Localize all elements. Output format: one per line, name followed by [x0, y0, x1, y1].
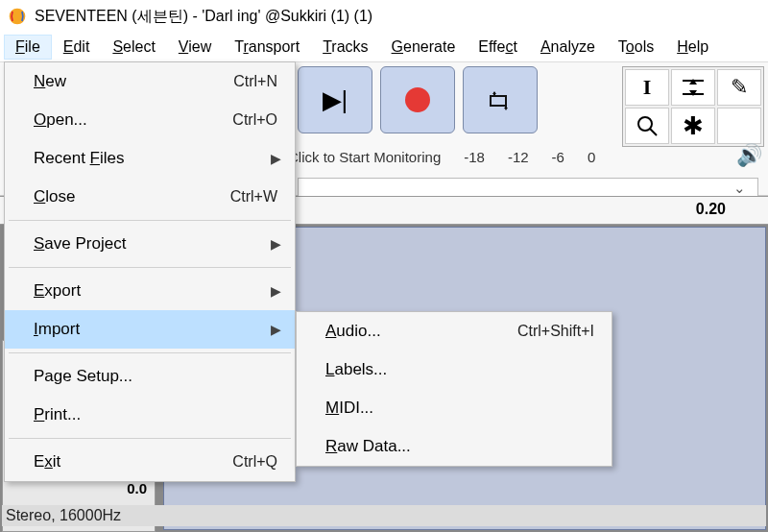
import-midi[interactable]: MIDI...	[297, 389, 612, 427]
ruler-mark: 0.20	[696, 201, 726, 218]
title-bar: SEVENTEEN (세븐틴) - 'Darl ing' @Sukkiri (1…	[0, 0, 768, 33]
menu-generate[interactable]: Generate	[380, 35, 468, 60]
menu-view[interactable]: View	[167, 35, 223, 60]
file-print[interactable]: Print...	[5, 396, 295, 434]
multi-tool[interactable]: ✱	[671, 108, 715, 144]
file-new[interactable]: NewCtrl+N	[5, 62, 295, 101]
track-gain-label: 0.0	[127, 480, 147, 496]
draw-tool[interactable]: ✎	[717, 69, 761, 106]
menu-tools[interactable]: Tools	[607, 35, 665, 60]
skip-end-icon: ▶|	[323, 85, 348, 115]
menu-separator	[9, 352, 291, 353]
zoom-tool[interactable]	[625, 108, 669, 144]
zoom-icon	[636, 114, 659, 137]
menu-effect[interactable]: Effect	[467, 35, 529, 60]
file-menu-dropdown: NewCtrl+N Open...Ctrl+O Recent Files▶ Cl…	[4, 61, 296, 482]
tools-grid: I ✎ ✱	[622, 66, 764, 147]
menu-help[interactable]: Help	[665, 35, 720, 60]
empty-tool	[717, 108, 761, 144]
menu-select[interactable]: Select	[101, 35, 166, 60]
file-page-setup[interactable]: Page Setup...	[5, 357, 295, 396]
import-audio[interactable]: Audio...Ctrl+Shift+I	[297, 312, 612, 351]
loop-icon	[487, 88, 514, 111]
chevron-down-icon: ⌄	[733, 180, 746, 197]
skip-end-button[interactable]: ▶|	[298, 66, 372, 133]
record-button[interactable]	[380, 66, 455, 133]
star-icon: ✱	[683, 111, 704, 141]
menu-edit[interactable]: Edit	[52, 35, 102, 60]
submenu-arrow-icon: ▶	[271, 236, 281, 252]
file-export[interactable]: Export▶	[5, 272, 295, 310]
menu-bar: File Edit Select View Transport Tracks G…	[0, 33, 768, 61]
window-title: SEVENTEEN (세븐틴) - 'Darl ing' @Sukkiri (1…	[35, 7, 372, 27]
envelope-icon	[681, 77, 706, 98]
submenu-arrow-icon: ▶	[271, 151, 281, 166]
track-info: Stereo, 16000Hz	[2, 505, 766, 526]
file-open[interactable]: Open...Ctrl+O	[5, 101, 295, 139]
selection-tool[interactable]: I	[625, 69, 669, 106]
recording-meter[interactable]: Click to Start Monitoring -18 -12 -6 0	[288, 145, 710, 168]
ibeam-icon: I	[643, 75, 652, 100]
meter-tick: 0	[588, 149, 595, 165]
menu-separator	[9, 220, 291, 221]
meter-tick: -12	[508, 149, 529, 165]
menu-tracks[interactable]: Tracks	[311, 35, 379, 60]
meter-tick: -18	[464, 149, 485, 165]
pencil-icon: ✎	[731, 75, 748, 100]
menu-separator	[9, 267, 291, 268]
file-exit[interactable]: ExitCtrl+Q	[5, 443, 295, 481]
submenu-arrow-icon: ▶	[271, 283, 281, 299]
meter-tick: -6	[552, 149, 564, 165]
import-submenu: Audio...Ctrl+Shift+I Labels... MIDI... R…	[296, 311, 612, 467]
svg-point-1	[638, 117, 652, 131]
record-icon	[405, 87, 430, 112]
meter-click-label: Click to Start Monitoring	[288, 149, 441, 165]
envelope-tool[interactable]	[671, 69, 715, 106]
loop-button[interactable]	[463, 66, 538, 133]
svg-line-2	[650, 129, 657, 135]
speaker-icon[interactable]: 🔊	[736, 143, 762, 168]
menu-analyze[interactable]: Analyze	[529, 35, 607, 60]
menu-transport[interactable]: Transport	[223, 35, 311, 60]
file-close[interactable]: CloseCtrl+W	[5, 178, 295, 216]
file-save-project[interactable]: Save Project▶	[5, 225, 295, 263]
file-import[interactable]: Import▶	[5, 310, 295, 349]
menu-file[interactable]: File	[4, 35, 52, 60]
submenu-arrow-icon: ▶	[271, 322, 281, 337]
transport-toolbar: ▶|	[298, 66, 538, 133]
file-recent[interactable]: Recent Files▶	[5, 139, 295, 178]
import-labels[interactable]: Labels...	[297, 351, 612, 389]
app-icon	[8, 7, 27, 26]
import-raw-data[interactable]: Raw Data...	[297, 427, 612, 466]
menu-separator	[9, 438, 291, 439]
